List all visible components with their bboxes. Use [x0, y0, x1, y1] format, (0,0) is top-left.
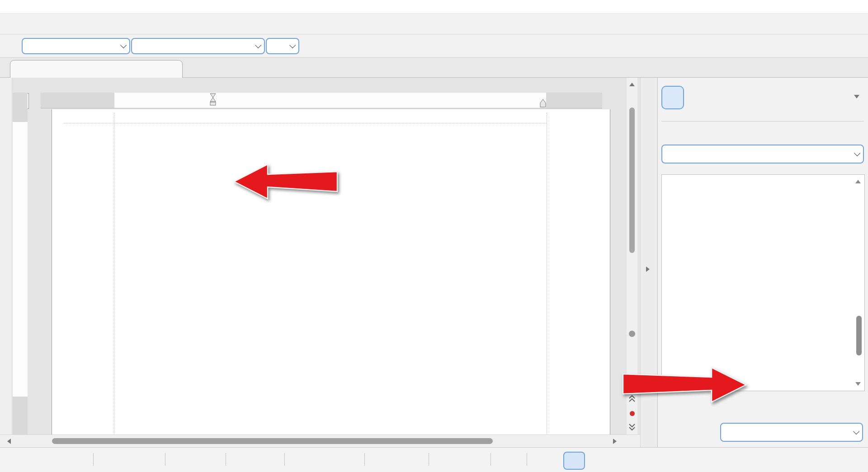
panel-divider: [661, 121, 864, 122]
font-size-combo[interactable]: [266, 38, 299, 54]
character-format-button[interactable]: [745, 89, 763, 106]
red-arrow-annotation-tree-item: [620, 364, 750, 406]
horizontal-ruler[interactable]: [41, 93, 602, 108]
headings-tree[interactable]: [661, 174, 865, 391]
blank-page-view-button[interactable]: [610, 452, 632, 470]
vertical-scrollbar-thumb[interactable]: [629, 107, 635, 253]
single-page-view-button[interactable]: [563, 452, 585, 470]
document-workspace: [0, 78, 657, 447]
text-boundary-top: [64, 123, 547, 123]
chevron-down-icon: [289, 42, 296, 48]
chevron-down-icon: [854, 150, 860, 156]
splitter-handle-icon[interactable]: [646, 266, 650, 272]
text-boundary-left: [114, 113, 114, 447]
document-tab-bar: [0, 58, 868, 78]
next-page-button[interactable]: [627, 422, 637, 432]
scrollbar-split-dot[interactable]: [629, 331, 635, 337]
document-tab[interactable]: [10, 60, 183, 78]
paragraph-format-button[interactable]: [724, 89, 742, 106]
dropdown-arrow-icon: [854, 95, 859, 98]
ruler-text-band-v: [13, 122, 28, 397]
left-edge-strip: [0, 78, 12, 435]
navigation-dot-button[interactable]: [627, 408, 637, 418]
scroll-left-icon[interactable]: [4, 436, 14, 446]
vertical-ruler[interactable]: [13, 93, 28, 435]
deck-toggle-button[interactable]: [688, 89, 701, 106]
select-pointer-button[interactable]: [4, 37, 21, 55]
navigator-compass-button[interactable]: [661, 86, 684, 109]
text-boundary-right: [547, 113, 547, 447]
chevron-down-icon: [255, 42, 261, 48]
chevron-down-icon: [853, 428, 859, 435]
scroll-up-icon[interactable]: [627, 79, 637, 89]
font-name-combo[interactable]: [131, 38, 265, 54]
content-type-select[interactable]: [661, 145, 864, 164]
panel-menu-dropdown[interactable]: [851, 91, 862, 102]
tree-scroll-up-icon[interactable]: [854, 177, 863, 187]
status-bar: [0, 447, 868, 472]
book-view-button[interactable]: [647, 452, 669, 470]
horizontal-scrollbar-thumb[interactable]: [52, 438, 493, 444]
document-horizontal-scrollbar[interactable]: [0, 435, 640, 447]
scroll-right-icon[interactable]: [609, 436, 620, 446]
navigate-search-button[interactable]: [705, 89, 721, 106]
red-arrow-annotation-quiz-line: [231, 162, 341, 202]
tree-scrollbar-thumb[interactable]: [856, 316, 862, 355]
document-page[interactable]: [52, 109, 610, 447]
formatting-toolbar: [0, 34, 868, 58]
menu-bar: [0, 0, 868, 14]
outline-level-select[interactable]: [720, 423, 863, 442]
multi-page-view-button[interactable]: [588, 452, 609, 470]
right-indent-marker[interactable]: [539, 99, 547, 108]
paragraph-style-combo[interactable]: [22, 38, 130, 54]
ruler-text-band: [114, 93, 546, 108]
indent-marker-hourglass[interactable]: [209, 93, 217, 107]
record-dot-icon: [630, 411, 635, 416]
tree-scroll-down-icon[interactable]: [854, 379, 863, 389]
chevron-down-icon: [120, 42, 127, 48]
standard-toolbar: [0, 14, 868, 34]
